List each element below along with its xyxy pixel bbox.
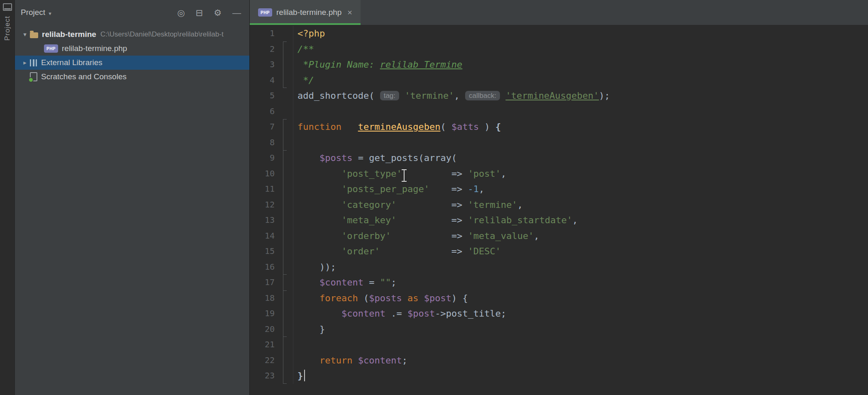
code-token: 'post': [468, 168, 501, 179]
code-token: [297, 293, 319, 303]
fold-marker: [275, 244, 293, 259]
code-text[interactable]: $posts = get_posts(array(: [293, 150, 457, 166]
line-number: 5: [250, 88, 275, 104]
code-editor[interactable]: 1<?php2/**3 *Plugin Name: relilab Termin…: [250, 25, 868, 395]
code-text[interactable]: 'orderby' => 'meta_value',: [293, 228, 539, 244]
settings-gear-icon[interactable]: ⚙: [214, 8, 222, 17]
code-text[interactable]: $content = "";: [293, 275, 396, 290]
tab-label: relilab-termine.php: [276, 8, 341, 17]
code-text[interactable]: 'meta_key' => 'relilab_startdate',: [293, 212, 578, 228]
project-panel-header: Project ▾ ◎⊟⚙—: [15, 0, 249, 25]
code-token: $post: [424, 293, 451, 303]
code-token: callback:: [465, 91, 500, 100]
tree-item-scratches-and-consoles[interactable]: Scratches and Consoles: [15, 70, 249, 84]
hide-panel-icon[interactable]: —: [232, 8, 241, 17]
code-text[interactable]: */: [293, 73, 314, 88]
line-number: 19: [250, 306, 275, 322]
fold-marker[interactable]: [275, 150, 293, 166]
line-number: 8: [250, 135, 275, 151]
line-number: 6: [250, 104, 275, 119]
fold-marker[interactable]: [275, 290, 293, 306]
code-token: =>: [380, 246, 468, 256]
tree-item-relilab-termine[interactable]: ▾relilab-termineC:\Users\Daniel\Desktop\…: [15, 27, 249, 41]
code-text[interactable]: foreach ($posts as $post) {: [293, 290, 468, 306]
line-number: 11: [250, 181, 275, 197]
code-line: 11 'posts_per_page' => -1,: [250, 181, 868, 197]
project-panel-title[interactable]: Project: [21, 8, 45, 17]
line-number: 18: [250, 290, 275, 306]
editor-tab-bar: PHP relilab-termine.php ×: [250, 0, 868, 25]
line-number: 10: [250, 166, 275, 182]
code-line: 17 $content = "";: [250, 275, 868, 290]
mouse-cursor-ibeam: [400, 169, 408, 182]
php-file-icon: PHP: [258, 8, 272, 17]
line-number: 3: [250, 57, 275, 73]
code-text[interactable]: <?php: [293, 26, 325, 41]
chevron-right-icon[interactable]: ▸: [20, 59, 30, 66]
code-line: 18 foreach ($posts as $post) {: [250, 290, 868, 306]
code-token: [297, 215, 341, 225]
code-token: 'orderby': [341, 231, 391, 241]
fold-marker: [275, 228, 293, 244]
code-token: $content: [358, 355, 402, 366]
code-text[interactable]: return $content;: [293, 353, 407, 368]
tool-window-icon[interactable]: [3, 3, 12, 11]
project-stripe-button[interactable]: Project: [3, 16, 12, 41]
collapse-all-icon[interactable]: ⊟: [196, 8, 203, 17]
code-line: 15 'order' => 'DESC': [250, 244, 868, 259]
code-token: $content: [341, 308, 385, 319]
code-token: foreach: [319, 293, 358, 303]
code-text[interactable]: [293, 104, 297, 119]
code-token: ) {: [451, 293, 468, 303]
code-token: 'termine': [405, 90, 454, 101]
code-line: 4 */: [250, 73, 868, 88]
code-text[interactable]: 'post_type' => 'post',: [293, 166, 506, 182]
code-token: [402, 293, 407, 303]
code-line: 16 ));: [250, 259, 868, 275]
code-text[interactable]: }: [293, 322, 325, 337]
code-token: [297, 355, 319, 366]
fold-marker[interactable]: [275, 322, 293, 337]
line-number: 16: [250, 259, 275, 275]
code-token: ,: [572, 215, 578, 225]
fold-marker[interactable]: [275, 119, 293, 135]
tree-item-external-libraries[interactable]: ▸External Libraries: [15, 56, 249, 70]
tree-item-relilab-termine-php[interactable]: PHPrelilab-termine.php: [15, 41, 249, 56]
project-panel: Project ▾ ◎⊟⚙— ▾relilab-termineC:\Users\…: [15, 0, 250, 395]
code-text[interactable]: [293, 135, 297, 151]
tree-item-label: relilab-termine: [42, 30, 96, 39]
code-token: [297, 246, 341, 256]
code-token: =>: [391, 231, 468, 241]
fold-marker: [275, 212, 293, 228]
code-line: 13 'meta_key' => 'relilab_startdate',: [250, 212, 868, 228]
fold-marker: [275, 181, 293, 197]
ide-window: Project Project ▾ ◎⊟⚙— ▾relilab-termineC…: [0, 0, 868, 395]
tab-relilab-termine-php[interactable]: PHP relilab-termine.php ×: [250, 0, 361, 25]
code-text[interactable]: 'posts_per_page' => -1,: [293, 181, 484, 197]
code-text[interactable]: 'category' => 'termine',: [293, 197, 523, 213]
project-panel-toolbar: ◎⊟⚙—: [177, 8, 241, 17]
chevron-down-icon[interactable]: ▾: [49, 10, 51, 17]
code-text[interactable]: function termineAusgeben( $atts ) {: [293, 119, 501, 135]
code-text[interactable]: add_shortcode( tag: 'termine', callback:…: [293, 88, 610, 104]
code-text[interactable]: 'order' => 'DESC': [293, 244, 501, 259]
code-text[interactable]: *Plugin Name: relilab Termine: [293, 57, 462, 73]
fold-marker[interactable]: [275, 259, 293, 275]
code-line: 9 $posts = get_posts(array(: [250, 150, 868, 166]
code-text[interactable]: }: [293, 368, 305, 384]
editor-column: PHP relilab-termine.php × 1<?php2/**3 *P…: [250, 0, 868, 395]
code-line: 1<?php: [250, 26, 868, 41]
code-text[interactable]: /**: [293, 41, 314, 57]
chevron-down-icon[interactable]: ▾: [20, 31, 30, 38]
code-text[interactable]: $content .= $post->post_title;: [293, 306, 506, 322]
left-tool-stripe: Project: [0, 0, 15, 395]
fold-marker[interactable]: [275, 41, 293, 57]
locate-file-icon[interactable]: ◎: [177, 8, 185, 17]
code-text[interactable]: [293, 337, 297, 353]
close-icon[interactable]: ×: [347, 8, 352, 17]
code-token: =: [352, 153, 369, 163]
fold-marker: [275, 135, 293, 151]
code-text[interactable]: ));: [293, 259, 336, 275]
fold-marker[interactable]: [275, 73, 293, 88]
fold-marker[interactable]: [275, 368, 293, 384]
